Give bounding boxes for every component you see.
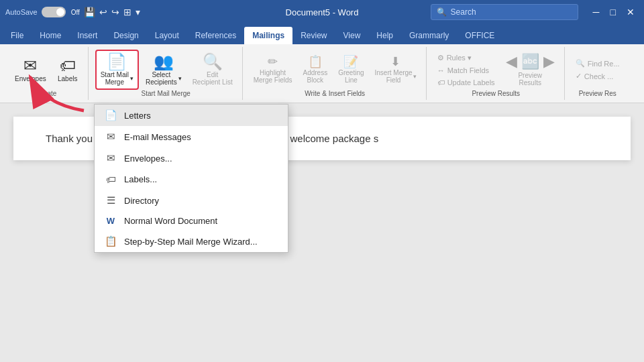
tab-review[interactable]: Review bbox=[292, 27, 335, 44]
search-box[interactable]: 🔍 Search bbox=[431, 4, 578, 20]
start-merge-group-label: Start Mail Merge bbox=[142, 90, 191, 97]
dropdown-item-letters[interactable]: 📄 Letters bbox=[95, 105, 288, 126]
check-button: ✓ Check ... bbox=[572, 70, 624, 82]
wizard-icon: 📋 bbox=[104, 235, 117, 247]
dropdown-item-email[interactable]: ✉ E-mail Messages bbox=[95, 126, 288, 147]
highlight-merge-label: HighlightMerge Fields bbox=[254, 69, 292, 84]
autosave-toggle[interactable] bbox=[42, 7, 66, 17]
window-controls: ─ □ ✕ bbox=[589, 7, 639, 17]
start-mail-merge-button[interactable]: 📄 Start MailMerge ▾ bbox=[95, 50, 139, 90]
close-button[interactable]: ✕ bbox=[623, 7, 639, 17]
rules-label: Rules ▾ bbox=[447, 54, 472, 62]
label-dropdown-icon: 🏷 bbox=[104, 174, 117, 185]
tab-insert[interactable]: Insert bbox=[69, 27, 105, 44]
preview-results-content: ⚙ Rules ▾ ↔ Match Fields 🏷 Update Labels… bbox=[433, 50, 559, 90]
labels-dropdown-label: Labels... bbox=[124, 174, 157, 184]
start-merge-buttons: 📄 Start MailMerge ▾ 👥 SelectRecipients ▾… bbox=[95, 50, 237, 90]
dropdown-item-wizard[interactable]: 📋 Step-by-Step Mail Merge Wizard... bbox=[95, 231, 288, 252]
select-recipients-arrow: ▾ bbox=[178, 75, 182, 82]
ribbon: ✉ Envelopes 🏷 Labels Create 📄 Start Mail… bbox=[0, 44, 644, 103]
restore-button[interactable]: □ bbox=[606, 7, 620, 17]
dropdown-item-envelopes[interactable]: ✉ Envelopes... bbox=[95, 147, 288, 169]
find-recipient-button: 🔍 Find Re... bbox=[572, 58, 624, 69]
update-labels-label: Update Labels bbox=[447, 78, 495, 86]
greeting-line-label: GreetingLine bbox=[338, 69, 364, 84]
email-icon: ✉ bbox=[104, 131, 117, 143]
tab-references[interactable]: References bbox=[187, 27, 244, 44]
match-fields-button: ↔ Match Fields bbox=[433, 65, 499, 76]
tab-help[interactable]: Help bbox=[368, 27, 401, 44]
tab-mailings[interactable]: Mailings bbox=[244, 27, 292, 44]
minimize-button[interactable]: ─ bbox=[589, 7, 604, 17]
save-icon[interactable]: 💾 bbox=[84, 7, 95, 17]
customize-icon[interactable]: ⊞ bbox=[123, 7, 131, 17]
preview-results-group: ⚙ Rules ▾ ↔ Match Fields 🏷 Update Labels… bbox=[428, 47, 565, 100]
dropdown-menu: 📄 Letters ✉ E-mail Messages ✉ Envelopes.… bbox=[94, 104, 288, 253]
start-merge-arrow: ▾ bbox=[130, 75, 133, 82]
labels-label: Labels bbox=[58, 75, 77, 82]
match-fields-label: Match Fields bbox=[447, 66, 489, 74]
preview-button: ◀ 🔤 ▶ PreviewResults bbox=[502, 50, 559, 89]
undo-icon[interactable]: ↩ bbox=[99, 7, 107, 17]
finish-group-label: Preview Res bbox=[579, 90, 616, 97]
greeting-line-icon: 📝 bbox=[343, 56, 358, 68]
letters-label: Letters bbox=[124, 111, 151, 121]
title-bar: AutoSave Off 💾 ↩ ↪ ⊞ ▾ Document5 - Word … bbox=[0, 0, 644, 24]
address-block-button: 📋 AddressBlock bbox=[299, 53, 331, 86]
dropdown-item-normal-word[interactable]: W Normal Word Document bbox=[95, 211, 288, 231]
check-label: Check ... bbox=[584, 72, 613, 80]
tab-office[interactable]: OFFICE bbox=[457, 27, 502, 44]
search-placeholder: Search bbox=[451, 7, 476, 17]
edit-recipient-label: EditRecipient List bbox=[193, 71, 233, 86]
preview-results-group-label: Preview Results bbox=[472, 90, 520, 97]
finish-small-buttons: 🔍 Find Re... ✓ Check ... bbox=[572, 50, 624, 90]
select-recipients-icon: 👥 bbox=[154, 54, 174, 70]
labels-icon: 🏷 bbox=[60, 58, 76, 74]
preview-small-buttons: ⚙ Rules ▾ ↔ Match Fields 🏷 Update Labels bbox=[433, 52, 499, 88]
address-block-label: AddressBlock bbox=[303, 69, 327, 84]
edit-recipient-icon: 🔍 bbox=[203, 54, 223, 70]
tab-design[interactable]: Design bbox=[105, 27, 146, 44]
doc-title: Document5 - Word bbox=[286, 7, 359, 17]
dropdown-item-directory[interactable]: ☰ Directory bbox=[95, 190, 288, 211]
start-merge-label-row: Start MailMerge ▾ bbox=[101, 71, 133, 86]
rules-icon: ⚙ bbox=[437, 54, 444, 62]
envelopes-dropdown-label: Envelopes... bbox=[124, 154, 172, 164]
select-recipients-label: SelectRecipients bbox=[146, 71, 177, 86]
directory-icon: ☰ bbox=[104, 194, 117, 206]
redo-icon[interactable]: ↪ bbox=[111, 7, 119, 17]
create-buttons: ✉ Envelopes 🏷 Labels bbox=[11, 50, 83, 90]
normal-word-label: Normal Word Document bbox=[124, 216, 217, 226]
tab-layout[interactable]: Layout bbox=[147, 27, 187, 44]
start-merge-icon: 📄 bbox=[107, 54, 127, 70]
dropdown-item-labels[interactable]: 🏷 Labels... bbox=[95, 169, 288, 190]
tab-grammarly[interactable]: Grammarly bbox=[401, 27, 457, 44]
email-label: E-mail Messages bbox=[124, 132, 191, 142]
tab-home[interactable]: Home bbox=[32, 27, 69, 44]
write-insert-buttons: ✏ HighlightMerge Fields 📋 AddressBlock 📝… bbox=[250, 50, 421, 90]
finish-group: 🔍 Find Re... ✓ Check ... Preview Res bbox=[566, 47, 629, 100]
envelope-icon: ✉ bbox=[104, 152, 117, 164]
title-bar-left: AutoSave Off 💾 ↩ ↪ ⊞ ▾ bbox=[5, 7, 425, 17]
dropdown-icon[interactable]: ▾ bbox=[136, 7, 140, 17]
create-group: ✉ Envelopes 🏷 Labels Create bbox=[5, 47, 89, 100]
address-block-icon: 📋 bbox=[308, 56, 323, 68]
check-icon: ✓ bbox=[576, 72, 582, 80]
find-recipient-icon: 🔍 bbox=[576, 59, 585, 68]
rules-button: ⚙ Rules ▾ bbox=[433, 52, 499, 64]
envelopes-icon: ✉ bbox=[23, 58, 37, 74]
ribbon-tabs: File Home Insert Design Layout Reference… bbox=[0, 24, 644, 44]
create-group-label: Create bbox=[36, 90, 56, 97]
highlight-merge-button: ✏ HighlightMerge Fields bbox=[250, 53, 297, 86]
find-recipient-label: Find Re... bbox=[588, 60, 620, 68]
tab-view[interactable]: View bbox=[335, 27, 369, 44]
write-insert-group-label: Write & Insert Fields bbox=[305, 90, 365, 97]
tab-file[interactable]: File bbox=[3, 27, 32, 44]
envelopes-button[interactable]: ✉ Envelopes bbox=[11, 55, 50, 85]
autosave-off-label: Off bbox=[71, 9, 80, 16]
select-recipients-button[interactable]: 👥 SelectRecipients ▾ bbox=[142, 51, 186, 88]
start-mail-merge-group: 📄 Start MailMerge ▾ 👥 SelectRecipients ▾… bbox=[90, 47, 243, 100]
autosave-toggle-knob bbox=[56, 8, 64, 16]
labels-button[interactable]: 🏷 Labels bbox=[53, 55, 83, 85]
envelopes-label: Envelopes bbox=[15, 75, 46, 82]
